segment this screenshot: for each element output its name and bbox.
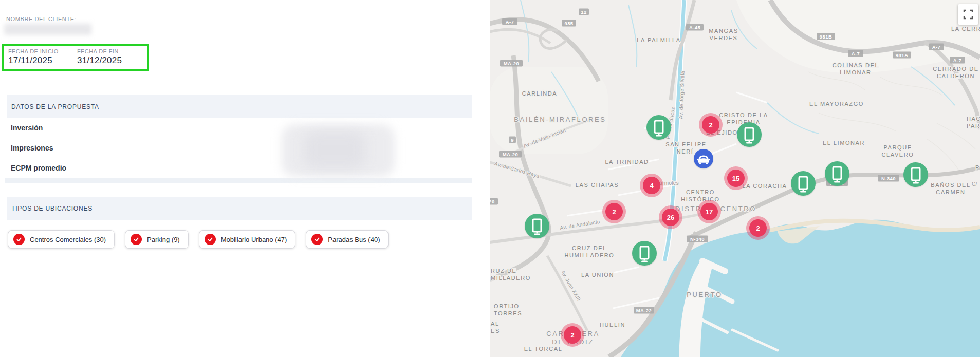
chip-label: Parking (9): [147, 236, 180, 243]
end-date-field[interactable]: FECHA DE FIN 31/12/2025: [77, 48, 122, 66]
start-date-label: FECHA DE INICIO: [8, 48, 59, 54]
map-canvas[interactable]: LA PALMILLA MANGAS VERDES CARLINDA BAILÉ…: [490, 0, 980, 357]
map-label-cruz-west-2: MILLADERO: [491, 275, 531, 281]
chip-centros-comerciales[interactable]: Centros Comerciales (30): [8, 230, 115, 249]
screen-marker[interactable]: [525, 214, 549, 238]
chip-mobiliario-urbano[interactable]: Mobiliario Urbano (47): [199, 230, 296, 249]
screen-marker[interactable]: [632, 241, 657, 266]
cluster-count: 15: [727, 170, 745, 187]
row-label: Inversión: [11, 124, 43, 132]
map-label-cruz-west: RUZ DE: [491, 268, 517, 274]
street-jorge-silvela: Av. de Jorge Silvela: [678, 71, 685, 119]
cluster-marker[interactable]: 2: [602, 200, 626, 223]
map-label-carlinda: CARLINDA: [522, 90, 557, 97]
car-icon: [694, 149, 713, 168]
badge-12: 12: [581, 9, 586, 15]
section-bottom-strip: [5, 178, 472, 183]
badge-9: 9: [511, 137, 514, 143]
map-label-cristo-epidemia: CRISTO DE LA: [719, 112, 768, 118]
location-type-chips: Centros Comerciales (30) Parking (9) Mob…: [8, 230, 389, 249]
badge-20: 20: [490, 199, 495, 204]
client-name-label: NOMBRE DEL CLIENTE:: [6, 16, 76, 22]
map-label-partial-es: ES: [491, 328, 500, 334]
check-icon: [13, 234, 25, 245]
cluster-marker[interactable]: 2: [746, 216, 770, 240]
map-label-cortijo-torres-2: TORRES: [494, 310, 522, 316]
map-label-partial-p: P: [975, 164, 980, 171]
map-label-cerrado-calderon: CERRADO DE: [933, 66, 978, 72]
check-icon: [311, 234, 323, 245]
proposal-data-header: DATOS DE LA PROPUESTA: [7, 95, 472, 118]
cluster-marker[interactable]: 4: [640, 174, 663, 197]
cluster-marker[interactable]: 26: [659, 205, 682, 229]
badge-ma20: MA-20: [504, 61, 520, 66]
map-label-las-chapas: LAS CHAPAS: [576, 182, 619, 188]
map-label-parque-clavero: PARQUE: [883, 144, 912, 151]
badge-ma20-south: MA-20: [503, 152, 519, 157]
map-label-colinas-limonar: COLINAS DEL: [833, 62, 879, 68]
street-partial-c: C/: [972, 181, 977, 187]
cluster-marker[interactable]: 15: [724, 166, 748, 190]
map-label-hacienda-2: PARE: [967, 123, 980, 129]
map-label-el-mayorazgo: EL MAYORAZGO: [809, 101, 864, 107]
map-label-centro-historico: CENTRO: [686, 189, 715, 195]
map-label-mangas-verdes-2: VERDES: [710, 35, 738, 41]
chip-paradas-bus[interactable]: Paradas Bus (40): [306, 230, 389, 249]
cluster-count: 4: [643, 177, 660, 194]
date-range-highlight-box[interactable]: FECHA DE INICIO 17/11/2025 FECHA DE FIN …: [2, 44, 149, 71]
map-label-cerrado-calderon-2: CALDERÓN: [937, 73, 975, 79]
location-types-header: TIPOS DE UBICACIONES: [7, 197, 472, 220]
cluster-marker[interactable]: 2: [699, 113, 723, 137]
map-label-la-coracha: LA CORACHA: [743, 183, 787, 189]
chip-parking[interactable]: Parking (9): [125, 230, 189, 249]
map-label-puerto: PUERTO: [687, 291, 722, 298]
end-date-value[interactable]: 31/12/2025: [77, 55, 122, 66]
fullscreen-icon: [962, 8, 974, 21]
badge-981b: 981B: [820, 34, 832, 40]
map-label-cortijo-torres: ORTIJO: [494, 303, 520, 309]
map-label-san-felipe: SAN FELIPE: [665, 141, 707, 147]
chip-label: Paradas Bus (40): [328, 236, 380, 243]
badge-985: 985: [564, 21, 573, 26]
cluster-count: 2: [749, 219, 767, 237]
values-redacted-inner: [304, 131, 365, 168]
map-label-hacienda: HACIE: [967, 116, 980, 122]
map-label-cruz-humilladero-2: HUMILLADERO: [564, 252, 614, 258]
proposal-details-panel: NOMBRE DEL CLIENTE: FECHA DE INICIO 17/1…: [0, 0, 490, 357]
badge-a7-ne: A-7: [932, 44, 941, 50]
start-date-field[interactable]: FECHA DE INICIO 17/11/2025: [8, 48, 59, 66]
map-label-parque-clavero-2: CLAVERO: [882, 152, 914, 158]
screen-marker[interactable]: [646, 115, 671, 140]
chip-label: Centros Comerciales (30): [30, 236, 106, 243]
table-row-ecpm: ECPM promedio: [7, 158, 472, 178]
table-row-inversion: Inversión: [7, 118, 472, 138]
badge-ma22: MA-22: [636, 308, 652, 313]
row-label: ECPM promedio: [11, 164, 66, 172]
divider: [5, 83, 472, 83]
vehicle-marker[interactable]: [694, 149, 713, 168]
map-label-mangas-verdes: MANGAS: [709, 28, 738, 34]
screen-marker[interactable]: [737, 122, 762, 147]
cluster-marker[interactable]: 17: [697, 200, 721, 223]
proposal-data-table: Inversión Impresiones ECPM promedio: [7, 118, 472, 178]
badge-n340-coast: N-340: [881, 176, 896, 181]
map-label-el-torcal: EL TORCAL: [524, 346, 563, 352]
cluster-marker[interactable]: 2: [561, 323, 584, 347]
fullscreen-button[interactable]: [958, 4, 978, 25]
badge-a7: A-7: [506, 19, 514, 25]
chip-label: Mobiliario Urbano (47): [221, 236, 287, 243]
proposal-page: NOMBRE DEL CLIENTE: FECHA DE INICIO 17/1…: [0, 0, 980, 357]
map-label-la-trinidad: LA TRINIDAD: [605, 159, 649, 165]
screen-marker[interactable]: [903, 162, 928, 187]
screen-marker[interactable]: [825, 161, 849, 186]
map-label-la-palmilla: LA PALMILLA: [637, 37, 680, 43]
screen-marker[interactable]: [791, 171, 816, 196]
map-label-san-felipe-2: NERÍ: [677, 148, 694, 155]
check-icon: [131, 234, 142, 245]
map-label-partial-al: AL: [491, 321, 500, 327]
start-date-value[interactable]: 17/11/2025: [8, 55, 59, 66]
end-date-label: FECHA DE FIN: [77, 48, 122, 54]
cluster-count: 2: [702, 116, 719, 134]
badge-a45: A-45: [689, 25, 701, 30]
table-row-impresiones: Impresiones: [7, 138, 472, 158]
